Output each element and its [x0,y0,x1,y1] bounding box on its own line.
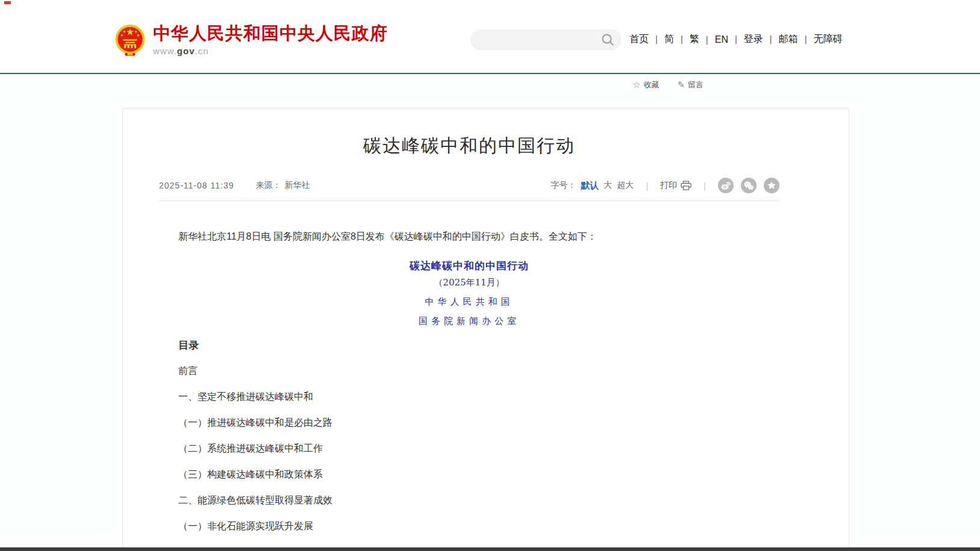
pencil-icon: ✎ [677,79,685,90]
nav-mail[interactable]: 邮箱 [763,33,798,46]
source-label: 来源： [255,180,281,191]
national-emblem-icon [113,23,147,58]
weibo-icon [720,180,731,191]
document-title: 碳达峰碳中和的中国行动 [159,259,779,273]
toc-item: （三）构建碳达峰碳中和政策体系 [159,468,779,481]
article-meta-row: 2025-11-08 11:39 来源： 新华社 字号： 默认 大 超大 | 打… [159,178,779,193]
document-org-line1: 中华人民共和国 [159,295,779,308]
article-lead-paragraph: 新华社北京11月8日电 国务院新闻办公室8日发布《碳达峰碳中和的中国行动》白皮书… [159,229,779,244]
fontsize-default-button[interactable]: 默认 [581,180,599,191]
fontsize-label: 字号： [551,180,576,191]
nav-english[interactable]: EN [699,34,728,45]
toc-item: 一、坚定不移推进碳达峰碳中和 [159,390,779,403]
table-of-contents: 前言 一、坚定不移推进碳达峰碳中和 （一）推进碳达峰碳中和是必由之路 （二）系统… [159,364,779,533]
article-card: 碳达峰碳中和的中国行动 2025-11-08 11:39 来源： 新华社 字号：… [122,108,849,551]
brand-text: 中华人民共和国中央人民政府 www.gov.cn [153,23,388,56]
comment-button[interactable]: ✎ 留言 [677,79,704,90]
top-nav: 首页 简 繁 EN 登录 邮箱 无障碍 [629,33,843,46]
nav-login[interactable]: 登录 [728,33,763,46]
toc-item: （一）非化石能源实现跃升发展 [159,520,779,533]
toc-item: 二、能源绿色低碳转型取得显著成效 [159,494,779,507]
window-bottom-edge [0,547,980,551]
source-value: 新华社 [284,180,310,191]
fontsize-xlarge-button[interactable]: 超大 [617,180,634,191]
site-url-www: www. [153,46,177,56]
toc-item: （二）系统推进碳达峰碳中和工作 [159,442,779,455]
search-box[interactable] [470,30,621,50]
wechat-share-button[interactable] [741,178,757,193]
site-title: 中华人民共和国中央人民政府 [153,23,388,43]
star-share-icon [766,180,777,191]
nav-home[interactable]: 首页 [629,33,649,46]
document-heading-block: 碳达峰碳中和的中国行动 （2025年11月） 中华人民共和国 国务院新闻办公室 [159,259,779,328]
separator: | [646,181,648,191]
nav-simplified[interactable]: 简 [649,33,674,46]
printer-icon [681,181,691,190]
page: 中华人民共和国中央人民政府 www.gov.cn 首页 简 繁 EN 登录 邮箱… [0,0,980,551]
star-share-button[interactable] [764,178,779,193]
weibo-share-button[interactable] [718,178,734,193]
nav-traditional[interactable]: 繁 [674,33,699,46]
document-date: （2025年11月） [159,276,779,289]
star-outline-icon: ☆ [632,79,640,90]
site-url-cn: .cn [195,46,209,56]
article-title: 碳达峰碳中和的中国行动 [159,133,779,158]
site-url: www.gov.cn [153,46,388,56]
article-actions: ☆ 收藏 ✎ 留言 [632,79,704,90]
comment-label: 留言 [688,79,704,90]
browser-artifact-mark [4,1,11,4]
article-meta-left: 2025-11-08 11:39 来源： 新华社 [159,180,310,191]
article-meta-right: 字号： 默认 大 超大 | 打印 | [551,178,779,193]
wechat-icon [743,180,754,191]
document-org-line2: 国务院新闻办公室 [159,314,779,328]
toc-item: 前言 [159,364,779,378]
site-header: 中华人民共和国中央人民政府 www.gov.cn 首页 简 繁 EN 登录 邮箱… [0,0,980,74]
search-input[interactable] [481,35,601,45]
site-brand[interactable]: 中华人民共和国中央人民政府 www.gov.cn [113,23,388,58]
separator: | [704,181,706,191]
site-url-gov: gov [177,46,195,56]
nav-accessibility[interactable]: 无障碍 [798,33,843,46]
meta-divider [159,201,779,201]
toc-heading: 目录 [159,338,779,353]
fontsize-large-button[interactable]: 大 [604,180,612,191]
print-label: 打印 [660,180,677,191]
search-icon[interactable] [601,33,614,46]
article-date: 2025-11-08 11:39 [159,181,234,190]
favorite-button[interactable]: ☆ 收藏 [632,79,659,90]
favorite-label: 收藏 [643,79,659,90]
toc-item: （一）推进碳达峰碳中和是必由之路 [159,416,779,429]
share-icons [718,178,779,193]
print-button[interactable]: 打印 [660,180,691,191]
